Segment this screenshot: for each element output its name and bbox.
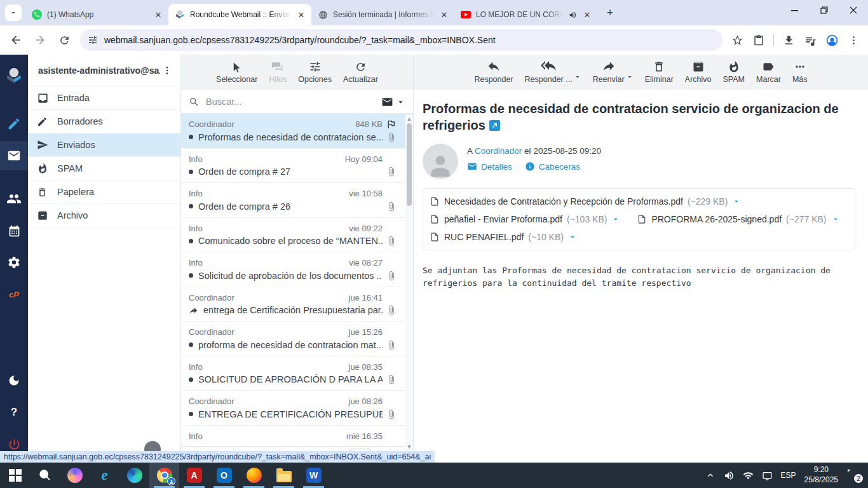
scroll-up-icon[interactable]: ▲ <box>405 116 413 122</box>
message-list-row[interactable]: Info jue 08:35 SOLICITUD DE APROBACIÓN D… <box>181 356 413 391</box>
outlook-button[interactable]: O <box>209 463 239 488</box>
tray-expand-icon[interactable] <box>705 470 715 480</box>
dark-mode-icon[interactable] <box>0 366 28 395</box>
downloads-icon[interactable] <box>779 30 798 50</box>
restore-button[interactable] <box>810 0 839 20</box>
message-list-row[interactable]: Info vie 10:58 Orden de compra # 26 <box>181 183 413 218</box>
headers-button[interactable]: Cabeceras <box>525 161 580 172</box>
close-button[interactable] <box>839 0 868 20</box>
attachment-item[interactable]: RUC PENAFIEL.pdf (~10 KB) <box>430 228 577 246</box>
folder-archivo[interactable]: Archivo <box>28 204 180 227</box>
display-icon[interactable] <box>762 470 773 481</box>
scroll-down-icon[interactable]: ▼ <box>405 444 413 450</box>
tab-search-button[interactable] <box>5 4 22 21</box>
copilot-button[interactable] <box>60 463 90 488</box>
threads-button[interactable]: Hilos <box>269 59 287 84</box>
mark-button[interactable]: Marcar <box>756 59 781 84</box>
new-tab-button[interactable]: + <box>601 4 619 22</box>
tab-close-icon[interactable]: ✕ <box>582 10 592 20</box>
message-list-row[interactable]: Info vie 08:27 Solicitud de aprobación d… <box>181 252 413 287</box>
reply-all-caret-icon[interactable] <box>574 73 581 81</box>
folder-spam[interactable]: SPAM <box>28 157 180 180</box>
compose-button[interactable] <box>0 109 28 139</box>
help-icon[interactable]: ? <box>0 398 28 427</box>
tab-close-icon[interactable]: ✕ <box>153 10 163 20</box>
extension-icon[interactable] <box>749 30 768 50</box>
media-controls-icon[interactable] <box>801 30 820 50</box>
language-indicator[interactable]: ESP <box>781 471 796 480</box>
options-button[interactable]: Opciones <box>298 59 332 84</box>
back-button[interactable] <box>5 29 27 51</box>
tab-close-icon[interactable]: ✕ <box>296 10 306 20</box>
internet-explorer-button[interactable]: e <box>90 463 119 488</box>
volume-icon[interactable] <box>724 470 735 481</box>
acrobat-button[interactable]: A <box>179 463 209 488</box>
tab-whatsapp[interactable]: (1) WhatsApp ✕ <box>25 4 168 25</box>
message-list-row[interactable]: Coordinador jue 08:26 ENTREGA DE CERTIFI… <box>181 391 413 426</box>
search-input[interactable] <box>206 97 375 107</box>
attachment-name[interactable]: RUC PENAFIEL.pdf <box>444 232 524 242</box>
taskbar-search-button[interactable] <box>30 463 60 488</box>
tab-youtube[interactable]: LO MEJOR DE UN CORAZÓ ✕ <box>454 4 597 25</box>
scroll-thumb[interactable] <box>407 123 412 206</box>
tab-audio-icon[interactable] <box>569 11 577 19</box>
edge-button[interactable] <box>119 463 149 488</box>
search-scope-button[interactable] <box>381 96 405 108</box>
account-menu-icon[interactable] <box>160 65 174 76</box>
address-bar[interactable]: webmail.sanjuan.gob.ec/cpsess7831249225/… <box>80 29 722 51</box>
attachment-menu-icon[interactable] <box>568 233 577 241</box>
tab-close-icon[interactable]: ✕ <box>439 10 449 20</box>
message-list-row[interactable]: Coordinador jue 16:41 entrega de Certifi… <box>181 287 413 322</box>
attachment-item[interactable]: PROFORMA 26-2025-signed.pdf (~277 KB) <box>637 210 839 228</box>
message-list-row[interactable]: Info Hoy 09:04 Orden de compra # 27 <box>181 149 413 184</box>
profile-avatar-icon[interactable] <box>822 30 841 50</box>
wifi-icon[interactable] <box>743 470 754 481</box>
contacts-nav-button[interactable] <box>0 184 28 214</box>
flag-icon[interactable] <box>386 119 397 130</box>
attachment-menu-icon[interactable] <box>732 197 741 206</box>
tab-session[interactable]: Sesión terminada | Informes Me ✕ <box>311 4 454 25</box>
refresh-button[interactable]: Actualizar <box>343 59 378 84</box>
forward-button[interactable] <box>29 29 51 51</box>
chrome-button[interactable] <box>149 463 179 488</box>
attachment-menu-icon[interactable] <box>611 215 620 224</box>
cpanel-icon[interactable]: cP <box>0 280 28 309</box>
delete-button[interactable]: Eliminar <box>645 59 674 84</box>
folder-entrada[interactable]: Entrada <box>28 86 180 110</box>
tab-roundcube[interactable]: Roundcube Webmail :: Enviados ✕ <box>168 4 311 25</box>
minimize-button[interactable] <box>780 0 810 20</box>
list-scrollbar[interactable]: ▲ ▼ <box>405 114 413 463</box>
archive-button[interactable]: Archivo <box>685 59 712 84</box>
forward-caret-icon[interactable] <box>626 73 634 81</box>
select-button[interactable]: Seleccionar <box>216 59 257 84</box>
attachment-name[interactable]: PROFORMA 26-2025-signed.pdf <box>651 214 782 224</box>
recipient-link[interactable]: Coordinador <box>475 146 522 156</box>
clock[interactable]: 9:20 25/8/2025 <box>804 465 838 485</box>
attachment-name[interactable]: peñafiel - Enviar Proforma.pdf <box>444 214 562 224</box>
folder-borradores[interactable]: Borradores <box>28 110 180 133</box>
start-button[interactable] <box>0 463 30 488</box>
details-button[interactable]: Detalles <box>467 161 512 172</box>
reply-all-button[interactable]: Responder ... <box>525 59 573 84</box>
attachment-item[interactable]: Necesidades de Contratación y Recepción … <box>430 193 741 210</box>
folder-enviados[interactable]: Enviados <box>28 133 180 157</box>
folder-papelera[interactable]: Papelera <box>28 180 180 204</box>
calendar-nav-button[interactable] <box>0 216 28 245</box>
attachment-menu-icon[interactable] <box>831 215 840 224</box>
reply-button[interactable]: Responder <box>474 59 513 84</box>
forward-button[interactable]: Reenviar <box>593 59 625 84</box>
file-explorer-button[interactable] <box>269 463 299 488</box>
more-button[interactable]: Más <box>792 59 808 84</box>
firefox-button[interactable] <box>239 463 269 488</box>
bookmark-star-icon[interactable] <box>728 30 747 50</box>
mail-nav-button[interactable] <box>0 141 28 170</box>
attachment-name[interactable]: Necesidades de Contratación y Recepción … <box>444 196 683 207</box>
open-in-new-icon[interactable] <box>489 118 500 135</box>
notifications-button[interactable]: 2 <box>846 470 860 481</box>
settings-nav-button[interactable] <box>0 248 28 277</box>
attachment-item[interactable]: peñafiel - Enviar Proforma.pdf (~103 KB) <box>430 210 620 228</box>
spam-button[interactable]: SPAM <box>723 59 745 84</box>
browser-menu-icon[interactable] <box>844 30 863 50</box>
message-list-row[interactable]: Coordinador jue 15:26 proforma de necesi… <box>181 322 413 356</box>
reload-button[interactable] <box>53 29 75 51</box>
